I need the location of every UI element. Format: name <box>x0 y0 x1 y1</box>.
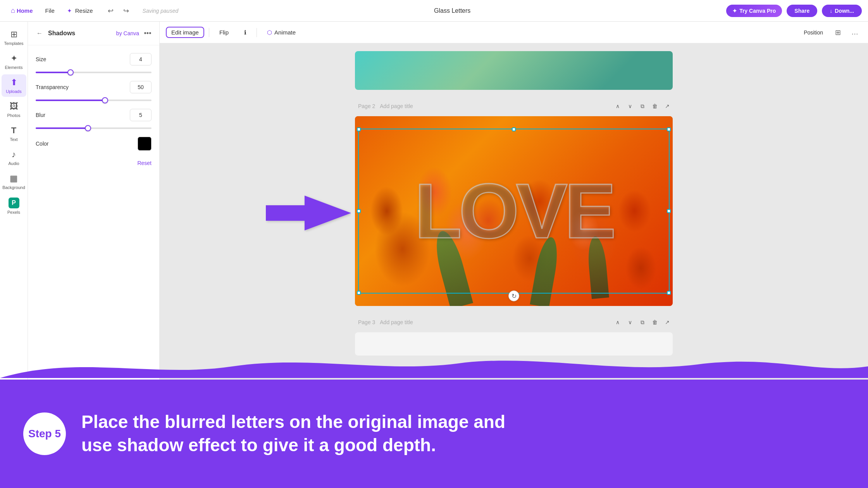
panel-more-button[interactable]: ••• <box>142 28 153 39</box>
uploads-label: Uploads <box>6 89 21 94</box>
info-button[interactable]: ℹ <box>239 27 252 38</box>
sidebar-item-elements[interactable]: ✦ Elements <box>2 50 26 73</box>
rotate-handle[interactable]: ↻ <box>508 290 519 301</box>
page3-collapse-down[interactable]: ∨ <box>625 317 636 328</box>
file-button[interactable]: File <box>41 5 59 16</box>
page2-collapse-up[interactable]: ∧ <box>612 101 623 112</box>
page2-canvas[interactable]: LOVE ↻ <box>355 116 673 306</box>
download-button[interactable]: ↓ Down... <box>822 5 862 17</box>
color-swatch[interactable] <box>138 137 152 151</box>
sidebar-item-background[interactable]: ▦ Background <box>2 170 26 193</box>
blur-slider[interactable] <box>36 127 152 129</box>
elements-label: Elements <box>5 65 23 70</box>
pexels-label: Pexels <box>7 210 20 215</box>
file-label: File <box>45 7 55 14</box>
color-control-row: Color <box>36 137 152 151</box>
undo-redo-group: ↩ ↪ <box>104 4 133 18</box>
page3-delete[interactable]: 🗑 <box>649 317 660 328</box>
page2-actions: ∧ ∨ ⧉ 🗑 ↗ <box>612 101 673 112</box>
home-label: Home <box>17 7 33 14</box>
flip-label: Flip <box>219 29 229 36</box>
page2-delete[interactable]: 🗑 <box>649 101 660 112</box>
panel-back-button[interactable]: ← <box>34 28 45 39</box>
pexels-logo: P <box>9 198 19 208</box>
resize-button[interactable]: ✦ Resize <box>62 5 98 17</box>
text-label: Text <box>10 137 17 142</box>
step-text-line2: use shadow effect to give it a good dept… <box>81 435 436 455</box>
resize-label: Resize <box>75 7 93 14</box>
saving-status: Saving paused <box>143 8 179 14</box>
panel-subtitle[interactable]: by Canva <box>116 30 139 36</box>
page1-bg <box>355 51 673 90</box>
try-pro-label: Try Canva Pro <box>739 8 776 14</box>
bottom-overlay: Step 5 Place the blurred letters on the … <box>0 380 868 488</box>
toolbar-right: Position ⊞ … <box>799 26 862 40</box>
size-label: Size <box>36 56 46 62</box>
page2-wrapper: LOVE ↻ <box>355 116 673 306</box>
page2-duplicate[interactable]: ⧉ <box>637 101 648 112</box>
redo-button[interactable]: ↪ <box>119 4 133 18</box>
blur-value: 5 <box>130 109 152 121</box>
sidebar-item-audio[interactable]: ♪ Audio <box>2 146 26 169</box>
size-slider-thumb[interactable] <box>67 69 74 76</box>
page3-title: Page 3 Add page title <box>355 319 413 325</box>
sidebar-item-pexels[interactable]: P Pexels <box>2 194 26 218</box>
arrow-annotation <box>266 194 351 234</box>
size-slider-track <box>36 72 152 73</box>
sidebar-item-text[interactable]: T Text <box>2 122 26 145</box>
toolbar: Edit image Flip ℹ ⬡ Animate Position ⊞ … <box>160 22 868 43</box>
toolbar-separator-1 <box>209 28 209 37</box>
share-label: Share <box>794 8 809 14</box>
transparency-value: 50 <box>130 81 152 93</box>
page3-title-bar: Page 3 Add page title ∧ ∨ ⧉ 🗑 ↗ <box>355 314 673 331</box>
size-value: 4 <box>130 53 152 65</box>
page3-duplicate[interactable]: ⧉ <box>637 317 648 328</box>
page1-container <box>355 51 673 90</box>
sidebar-item-uploads[interactable]: ⬆ Uploads <box>2 74 26 97</box>
panel-title: Shadows <box>48 30 113 37</box>
grid-button[interactable]: ⊞ <box>831 26 845 40</box>
arrow-svg <box>266 194 351 232</box>
transparency-slider-thumb[interactable] <box>102 97 108 103</box>
toolbar-separator-2 <box>257 28 257 37</box>
undo-button[interactable]: ↩ <box>104 4 118 18</box>
size-slider[interactable] <box>36 72 152 73</box>
download-icon: ↓ <box>830 8 832 14</box>
edit-image-button[interactable]: Edit image <box>166 27 204 38</box>
home-button[interactable]: ⌂ Home <box>6 4 38 17</box>
edit-image-label: Edit image <box>171 29 199 36</box>
position-label[interactable]: Position <box>799 27 828 38</box>
try-pro-button[interactable]: ✦ Try Canva Pro <box>726 5 782 17</box>
templates-label: Templates <box>4 41 23 46</box>
transparency-control-row: Transparency 50 <box>36 81 152 93</box>
page2-share[interactable]: ↗ <box>662 101 673 112</box>
blur-slider-track <box>36 127 152 129</box>
transparency-slider[interactable] <box>36 100 152 101</box>
page2-collapse-down[interactable]: ∨ <box>625 101 636 112</box>
size-control-row: Size 4 <box>36 53 152 65</box>
page2-add-title[interactable]: Add page title <box>380 103 413 109</box>
animate-icon: ⬡ <box>267 29 272 36</box>
page3-add-title[interactable]: Add page title <box>380 319 413 325</box>
color-label: Color <box>36 141 48 147</box>
page3-share[interactable]: ↗ <box>662 317 673 328</box>
reset-button[interactable]: Reset <box>137 160 152 166</box>
blur-slider-thumb[interactable] <box>85 125 91 131</box>
page3-collapse-up[interactable]: ∧ <box>612 317 623 328</box>
blur-slider-fill <box>36 127 88 129</box>
size-slider-fill <box>36 72 71 73</box>
more-toolbar-button[interactable]: … <box>848 26 862 40</box>
star-icon: ✦ <box>732 8 737 14</box>
topbar-center: Glass Letters <box>178 7 726 14</box>
templates-icon: ⊞ <box>10 29 17 40</box>
sidebar-item-templates[interactable]: ⊞ Templates <box>2 26 26 49</box>
share-button[interactable]: Share <box>787 5 817 17</box>
audio-label: Audio <box>8 161 19 166</box>
sidebar-item-photos[interactable]: 🖼 Photos <box>2 98 26 121</box>
topbar-right: ✦ Try Canva Pro Share ↓ Down... <box>726 5 862 17</box>
page2-title: Page 2 Add page title <box>355 103 413 109</box>
page2-title-bar: Page 2 Add page title ∧ ∨ ⧉ 🗑 ↗ <box>355 98 673 115</box>
animate-button[interactable]: ⬡ Animate <box>262 27 301 38</box>
flip-button[interactable]: Flip <box>214 27 234 38</box>
photos-label: Photos <box>7 113 20 118</box>
